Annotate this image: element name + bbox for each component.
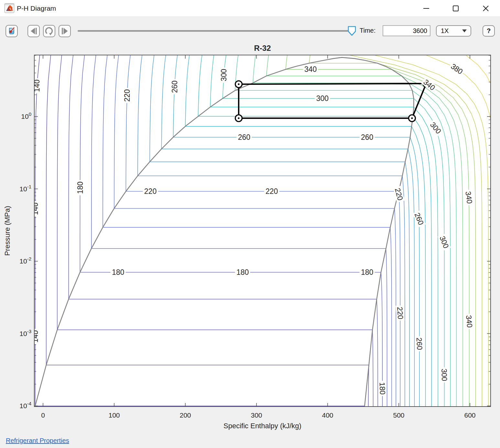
svg-text:180: 180 (76, 182, 84, 194)
x-axis-label: Specific Enthalpy (kJ/kg) (223, 422, 301, 430)
contour-label-300K: 300 (220, 67, 228, 83)
svg-text:140: 140 (31, 203, 39, 215)
svg-text:340: 340 (464, 315, 474, 328)
svg-text:340: 340 (464, 191, 474, 204)
contour-label-220K: 220 (264, 187, 279, 196)
minimize-icon (422, 5, 430, 12)
y-tick-label: 10-1 (19, 184, 31, 193)
contour-label-300K: 300 (315, 94, 330, 103)
contour-label-180K: 180 (235, 268, 250, 276)
contour-label-140K: 140 (31, 329, 39, 344)
replay-button[interactable] (43, 25, 55, 37)
step-forward-button[interactable] (59, 25, 71, 37)
x-tick-label: 300 (251, 411, 262, 419)
contour-label-220K: 220 (123, 88, 131, 103)
beaker-thermometer-icon (7, 27, 16, 36)
refrigerant-properties-link[interactable]: Refrigerant Properties (6, 437, 69, 444)
x-tick-label: 500 (393, 411, 404, 419)
help-label: ? (487, 27, 491, 35)
svg-text:180: 180 (112, 268, 124, 276)
y-tick-label: 10-4 (19, 401, 31, 409)
svg-text:260: 260 (238, 133, 250, 141)
contour-label-260K: 260 (360, 133, 375, 141)
contour-label-260K: 260 (236, 133, 252, 141)
contour-label-180K: 180 (360, 268, 375, 276)
svg-text:140: 140 (31, 330, 39, 342)
svg-text:220: 220 (266, 187, 278, 196)
svg-text:180: 180 (361, 268, 373, 276)
y-tick-label: 10-3 (19, 329, 31, 337)
contour-label-220K: 220 (143, 187, 158, 196)
svg-text:260: 260 (361, 133, 373, 141)
y-axis-label: Pressure (MPa) (3, 206, 11, 256)
contour-label-340K: 340 (303, 65, 318, 73)
window-title: P-H Diagram (17, 0, 56, 17)
svg-text:180: 180 (236, 268, 249, 276)
svg-text:220: 220 (144, 187, 157, 196)
matlab-app-icon (5, 3, 14, 13)
isotherm-400K (491, 55, 500, 408)
speed-value: 1X (441, 27, 462, 35)
svg-text:300: 300 (440, 368, 449, 381)
minimize-button[interactable] (419, 0, 434, 17)
close-button[interactable] (478, 0, 493, 17)
svg-text:260: 260 (415, 337, 424, 350)
contour-label-260K: 260 (415, 336, 424, 352)
svg-text:300: 300 (220, 69, 228, 81)
contour-label-260K: 260 (170, 79, 179, 94)
chart-title: R-32 (254, 44, 271, 52)
cycle-state-dot (238, 84, 239, 85)
chevron-down-icon (462, 29, 467, 32)
refrigerant-properties-button[interactable] (5, 25, 18, 37)
svg-text:340: 340 (304, 65, 317, 73)
ph-chart: 1401401401802202603003403002602602202201… (0, 42, 500, 448)
y-tick-label: 10-2 (19, 256, 31, 265)
speed-dropdown[interactable]: 1X (436, 25, 471, 37)
contour-label-220K: 220 (396, 305, 405, 321)
contour-label-180K: 180 (76, 180, 84, 195)
svg-text:180: 180 (378, 382, 387, 395)
time-slider-thumb[interactable] (347, 26, 356, 38)
title-bar: P-H Diagram (0, 0, 500, 17)
y-tick-label: 100 (21, 111, 31, 120)
x-tick-label: 0 (41, 411, 45, 419)
contour-label-180K: 180 (378, 381, 387, 396)
x-tick-label: 100 (108, 411, 120, 419)
contour-label-340K: 340 (464, 313, 474, 329)
ph-diagram-window: P-H Diagram (0, 0, 500, 448)
x-tick-label: 600 (464, 411, 475, 419)
svg-text:260: 260 (170, 81, 179, 93)
time-label: Time: (360, 27, 375, 34)
slider-thumb-icon (347, 26, 356, 36)
step-back-icon (29, 27, 38, 35)
svg-text:220: 220 (396, 307, 405, 319)
cycle-state-dot (411, 118, 413, 119)
time-slider-track[interactable] (78, 30, 352, 32)
help-button[interactable]: ? (483, 25, 495, 37)
contour-label-140K: 140 (31, 201, 39, 217)
time-input[interactable] (383, 25, 430, 36)
replay-loop-icon (45, 27, 54, 36)
x-tick-label: 200 (179, 411, 191, 419)
figure-area: 1401401401802202603003403002602602202201… (0, 42, 500, 448)
contour-label-300K: 300 (440, 367, 449, 383)
step-forward-icon (60, 27, 69, 35)
plot-background (34, 55, 491, 407)
x-tick-label: 400 (322, 411, 333, 419)
maximize-icon (452, 5, 460, 12)
maximize-button[interactable] (448, 0, 463, 17)
contour-label-180K: 180 (111, 268, 126, 276)
step-back-button[interactable] (27, 25, 40, 37)
svg-text:220: 220 (123, 89, 131, 102)
cycle-state-dot (238, 118, 239, 119)
close-icon (482, 5, 490, 12)
svg-text:300: 300 (316, 94, 329, 103)
